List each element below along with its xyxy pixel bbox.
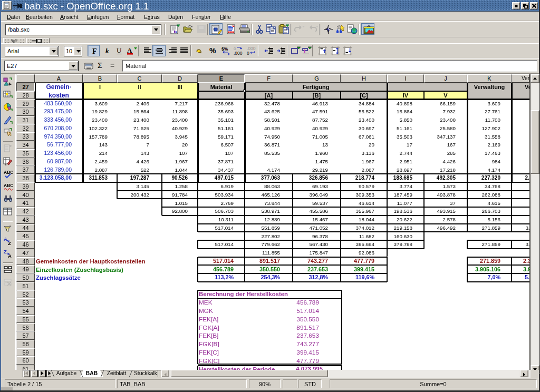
svg-text:%: % — [209, 46, 216, 55]
svg-text:ABC: ABC — [4, 183, 13, 188]
svg-text:k: k — [105, 47, 109, 55]
svg-text:0: 0 — [247, 51, 249, 55]
svg-text:.000: .000 — [234, 51, 243, 55]
svg-text:Z: Z — [8, 240, 11, 246]
svg-text:A: A — [8, 253, 12, 258]
svg-text:A: A — [4, 236, 7, 242]
svg-text:Z: Z — [4, 249, 7, 254]
svg-text:A: A — [127, 46, 132, 54]
svg-text:ABC: ABC — [4, 170, 13, 175]
svg-text:$%: $% — [221, 46, 228, 52]
svg-text:U: U — [117, 46, 122, 54]
svg-text:F: F — [92, 47, 97, 55]
